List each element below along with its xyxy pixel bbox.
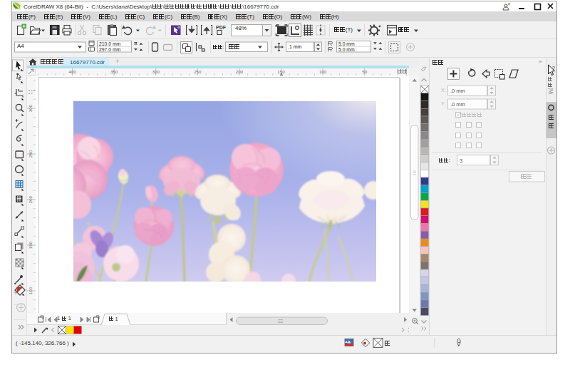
svg-text:200: 200 [236,69,244,74]
svg-text:250: 250 [28,150,33,158]
svg-text:?: ? [552,66,555,71]
svg-text:100: 100 [319,69,327,74]
svg-text:Y:: Y: [441,101,445,106]
svg-text:400: 400 [68,69,76,74]
svg-text:200: 200 [28,195,33,203]
svg-text:250: 250 [194,69,202,74]
svg-text:100: 100 [28,287,33,294]
svg-text:3: 3 [460,158,462,164]
svg-text:PDF: PDF [216,25,227,30]
svg-text:350: 350 [110,69,118,74]
svg-text:.0 mm: .0 mm [450,88,465,94]
svg-text:150: 150 [28,241,33,249]
svg-text:300: 300 [152,69,160,74]
svg-text:300: 300 [28,104,33,112]
svg-text:X:: X: [441,88,446,93]
svg-text:.0 mm: .0 mm [450,101,465,108]
svg-text:50: 50 [362,69,367,74]
